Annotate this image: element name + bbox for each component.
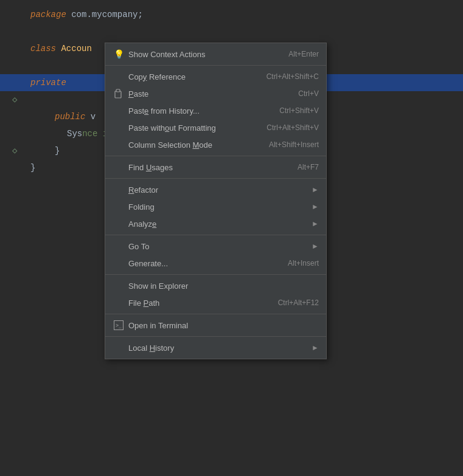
terminal-icon: >_ <box>113 319 125 331</box>
folding-arrow-icon: ► <box>312 202 319 211</box>
menu-label-paste-without-formatting: Paste without Formatting <box>128 123 254 133</box>
go-to-icon <box>113 240 125 252</box>
menu-label-open-in-terminal: Open in Terminal <box>128 321 319 330</box>
menu-shortcut-paste: Ctrl+V <box>298 89 319 98</box>
menu-shortcut-generate: Alt+Insert <box>288 259 319 267</box>
menu-shortcut-copy-reference: Ctrl+Alt+Shift+C <box>266 72 319 81</box>
menu-item-column-selection[interactable]: Column Selection Mode Alt+Shift+Insert <box>105 136 326 153</box>
menu-item-folding[interactable]: Folding ► <box>105 198 326 215</box>
terminal-icon-glyph: >_ <box>116 323 122 328</box>
gutter-icon-9: ◇ <box>12 142 17 159</box>
folding-icon <box>113 201 125 213</box>
keyword-public: public <box>55 108 85 125</box>
column-selection-icon <box>113 139 125 151</box>
menu-item-local-history[interactable]: Local History ► <box>105 339 326 356</box>
find-usages-icon <box>113 161 125 173</box>
class-name: Accoun <box>61 40 91 57</box>
separator-7 <box>105 336 326 337</box>
refactor-icon <box>113 184 125 196</box>
code-space <box>56 40 61 57</box>
menu-item-paste-without-formatting[interactable]: Paste without Formatting Ctrl+Alt+Shift+… <box>105 119 326 136</box>
separator-1 <box>105 65 326 66</box>
menu-item-file-path[interactable]: File Path Ctrl+Alt+F12 <box>105 294 326 311</box>
paste-no-format-icon <box>113 122 125 134</box>
menu-label-refactor: Refactor <box>128 185 305 195</box>
menu-label-show-in-explorer: Show in Explorer <box>128 281 319 291</box>
analyze-icon <box>113 218 125 230</box>
menu-item-find-usages[interactable]: Find Usages Alt+F7 <box>105 159 326 176</box>
menu-item-show-in-explorer[interactable]: Show in Explorer <box>105 277 326 294</box>
menu-label-column-selection: Column Selection Mode <box>128 140 257 150</box>
menu-label-generate: Generate... <box>128 259 276 268</box>
menu-label-paste: Paste <box>128 89 286 98</box>
menu-label-go-to: Go To <box>128 242 305 251</box>
menu-item-show-context-actions[interactable]: 💡 Show Context Actions Alt+Enter <box>105 46 326 63</box>
gutter-9: ◇ <box>12 142 30 159</box>
gutter-icon-6: ◇ <box>12 91 17 108</box>
gutter-6: ◇ <box>12 91 30 108</box>
menu-label-analyze: Analyze <box>128 219 305 229</box>
keyword-class: class <box>30 40 56 57</box>
menu-shortcut-show-context-actions: Alt+Enter <box>288 50 319 58</box>
bracket-close-outer: } <box>30 159 35 176</box>
package-name: com.mycompany; <box>71 6 143 23</box>
menu-item-refactor[interactable]: Refactor ► <box>105 181 326 198</box>
menu-item-copy-reference[interactable]: Copy Reference Ctrl+Alt+Shift+C <box>105 68 326 85</box>
separator-6 <box>105 314 326 314</box>
menu-item-open-in-terminal[interactable]: >_ Open in Terminal <box>105 317 326 334</box>
keyword-package: package <box>30 6 66 23</box>
menu-label-folding: Folding <box>128 202 305 212</box>
paste-history-icon <box>113 105 125 117</box>
analyze-arrow-icon: ► <box>312 219 319 228</box>
code-editor: package com.mycompany; class Accoun priv… <box>0 0 463 476</box>
keyword-private: private <box>30 74 66 91</box>
bracket-close: } <box>55 142 60 159</box>
menu-item-go-to[interactable]: Go To ► <box>105 238 326 255</box>
menu-label-local-history: Local History <box>128 343 305 353</box>
code-space: v <box>85 108 96 125</box>
menu-label-paste-from-history: Paste from History... <box>128 106 267 116</box>
code-line-1: package com.mycompany; <box>0 6 463 23</box>
separator-4 <box>105 235 326 235</box>
paste-icon <box>113 88 125 100</box>
menu-shortcut-column-selection: Alt+Shift+Insert <box>269 140 319 149</box>
local-history-icon <box>113 342 125 354</box>
copy-label-text: Copy Reference <box>128 72 186 81</box>
menu-label-show-context-actions: Show Context Actions <box>128 50 276 59</box>
svg-rect-0 <box>115 91 121 98</box>
copy-ref-icon <box>113 71 125 83</box>
menu-item-paste[interactable]: Paste Ctrl+V <box>105 85 326 102</box>
separator-2 <box>105 156 326 156</box>
menu-shortcut-file-path: Ctrl+Alt+F12 <box>278 298 319 307</box>
generate-icon <box>113 257 125 269</box>
menu-item-generate[interactable]: Generate... Alt+Insert <box>105 255 326 272</box>
code-text <box>66 6 71 23</box>
menu-item-paste-from-history[interactable]: Paste from History... Ctrl+Shift+V <box>105 102 326 119</box>
svg-rect-1 <box>116 89 120 92</box>
menu-label-find-usages: Find Usages <box>128 163 285 172</box>
sysout-text: Sys <box>67 125 82 142</box>
menu-shortcut-paste-without-formatting: Ctrl+Alt+Shift+V <box>266 123 319 132</box>
show-in-explorer-icon <box>113 280 125 292</box>
menu-item-analyze[interactable]: Analyze ► <box>105 215 326 232</box>
menu-shortcut-paste-from-history: Ctrl+Shift+V <box>279 106 319 115</box>
separator-5 <box>105 274 326 275</box>
code-line-2 <box>0 23 463 40</box>
separator-3 <box>105 178 326 179</box>
menu-label-file-path: File Path <box>128 298 266 308</box>
context-menu: 💡 Show Context Actions Alt+Enter Copy Re… <box>105 43 327 359</box>
go-to-arrow-icon: ► <box>312 242 319 250</box>
menu-shortcut-find-usages: Alt+F7 <box>298 163 319 171</box>
bulb-icon: 💡 <box>113 48 125 60</box>
refactor-arrow-icon: ► <box>312 185 319 194</box>
menu-label-copy-reference: Copy Reference <box>128 72 254 81</box>
local-history-arrow-icon: ► <box>312 343 319 352</box>
file-path-icon <box>113 297 125 309</box>
